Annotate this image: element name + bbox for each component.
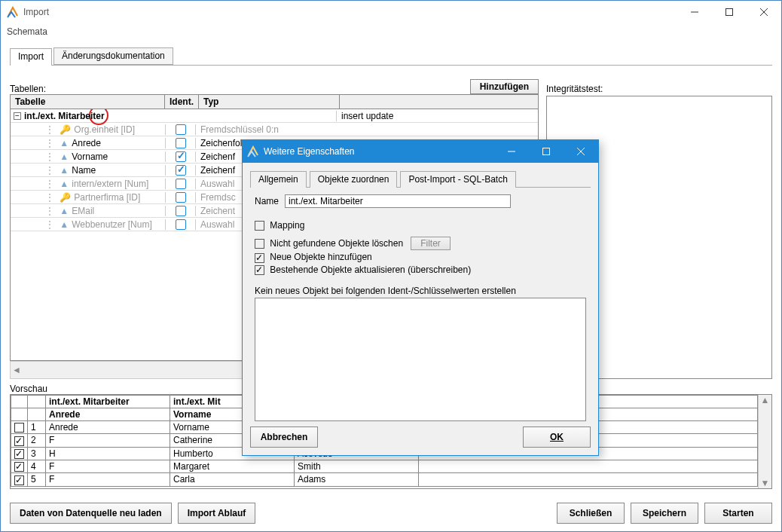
row-checkbox[interactable] (14, 475, 24, 485)
tree-item-label: intern/extern [Num] (72, 179, 148, 189)
name-label: Name (255, 196, 279, 206)
reload-button[interactable]: Daten von Datenquelle neu laden (10, 503, 172, 524)
dialog-icon (247, 145, 259, 157)
triangle-icon: ▲ (60, 206, 69, 216)
cell-anrede: F (46, 434, 170, 447)
ident-checkbox[interactable] (176, 151, 186, 162)
ident-checkbox[interactable] (176, 179, 186, 189)
no-new-textarea[interactable] (255, 298, 586, 421)
col-ident[interactable]: Ident. (165, 95, 199, 109)
ident-checkbox[interactable] (176, 206, 186, 216)
triangle-icon: ▲ (60, 151, 69, 162)
starten-button[interactable]: Starten (704, 503, 772, 524)
row-checkbox[interactable] (14, 449, 24, 459)
tree-item-label: EMail (72, 206, 94, 216)
mapping-checkbox[interactable] (255, 221, 264, 231)
dialog-maximize-button[interactable] (529, 140, 564, 163)
cell-extra: Adams (295, 473, 419, 486)
preview-row[interactable]: 4FMargaretSmith (11, 460, 758, 472)
collapse-icon[interactable]: − (14, 112, 21, 120)
add-new-label: Neue Objekte hinzufügen (270, 252, 371, 262)
preview-group-col[interactable]: int./ext. Mitarbeiter (46, 396, 170, 408)
triangle-icon: ▲ (60, 179, 69, 189)
import-window: Import Schemata Import Änderungsdokument… (0, 0, 782, 532)
table-header: Tabelle Ident. Typ (10, 94, 539, 109)
cell-vorname: Margaret (170, 460, 295, 472)
speichern-button[interactable]: Speichern (631, 503, 698, 524)
ident-checkbox[interactable] (176, 165, 186, 176)
name-input[interactable] (285, 194, 511, 208)
app-icon (7, 6, 19, 18)
hinzufuegen-button[interactable]: Hinzufügen (470, 79, 539, 94)
col-tabelle[interactable]: Tabelle (11, 95, 165, 109)
scroll-left-icon[interactable]: ◄ (12, 365, 21, 375)
row-checkbox[interactable] (14, 436, 24, 446)
import-ablauf-button[interactable]: Import Ablauf (178, 503, 256, 524)
tree-root-label: int./ext. Mitarbeiter (24, 111, 105, 121)
dialog-titlebar: Weitere Eigenschaften (243, 140, 598, 163)
titlebar: Import (1, 1, 781, 23)
ident-checkbox[interactable] (176, 124, 186, 135)
cell-anrede: F (46, 473, 170, 486)
tab-allgemein[interactable]: Allgemein (250, 171, 307, 188)
tab-import[interactable]: Import (10, 48, 52, 66)
tree-item-label: Partnerfirma [ID] (74, 192, 140, 203)
dialog-minimize-button[interactable] (494, 140, 529, 163)
scroll-up-icon[interactable]: ▲ (761, 395, 770, 405)
cell-anrede: H (46, 447, 170, 460)
tab-post-import[interactable]: Post-Import - SQL-Batch (400, 171, 515, 188)
tree-item-typ: Fremdschlüssel 0:n (195, 124, 336, 135)
delete-missing-label: Nicht gefundene Objekte löschen (270, 238, 403, 249)
ident-checkbox[interactable] (176, 138, 186, 148)
close-button[interactable] (747, 1, 781, 23)
ident-checkbox[interactable] (176, 219, 186, 230)
mapping-label: Mapping (270, 220, 304, 231)
cell-extra: Smith (295, 460, 419, 472)
triangle-icon: ▲ (60, 219, 69, 230)
weitere-eigenschaften-dialog: Weitere Eigenschaften Allgemein Objekte … (242, 139, 599, 456)
tree-item-label: Vorname (72, 151, 108, 162)
ok-button[interactable]: OK (523, 427, 591, 448)
abbrechen-button[interactable]: Abbrechen (250, 427, 318, 448)
preview-row[interactable]: 5FCarlaAdams (11, 473, 758, 486)
tab-aenderung[interactable]: Änderungsdokumentation (53, 47, 173, 65)
row-number: 1 (28, 421, 46, 434)
schliessen-button[interactable]: Schließen (557, 503, 625, 524)
tree-root-extra: insert update (336, 111, 538, 121)
tree-row[interactable]: ⋮ 🔑 Org.einheit [ID]Fremdschlüssel 0:n (11, 123, 538, 136)
delete-missing-checkbox[interactable] (255, 239, 264, 249)
cell-anrede: F (46, 460, 170, 472)
col-typ[interactable]: Typ (199, 95, 340, 109)
cell-vorname: Carla (170, 473, 295, 486)
key-icon: 🔑 (60, 124, 71, 135)
tree-item-label: Org.einheit [ID] (74, 124, 135, 135)
tree-item-label: Anrede (72, 138, 101, 148)
integritaet-label: Integritätstest: (546, 84, 772, 94)
minimize-button[interactable] (677, 1, 712, 23)
main-tabs: Import Änderungsdokumentation (10, 47, 772, 66)
row-checkbox[interactable] (14, 423, 24, 433)
svg-rect-1 (726, 9, 733, 16)
tabellen-label: Tabellen: (10, 84, 46, 94)
tree-item-label: Name (72, 165, 96, 176)
row-number: 3 (28, 447, 46, 460)
tab-objekte-zuordnen[interactable]: Objekte zuordnen (310, 171, 398, 188)
cell-anrede: Anrede (46, 421, 170, 434)
row-number: 4 (28, 460, 46, 472)
filter-button[interactable]: Filter (411, 237, 451, 250)
col-extra[interactable] (340, 95, 539, 109)
menu-schemata[interactable]: Schemata (7, 26, 47, 37)
no-new-label: Kein neues Objekt bei folgenden Ident-/S… (255, 286, 591, 296)
tree-root-row[interactable]: − int./ext. Mitarbeiterinsert update (11, 109, 538, 123)
maximize-button[interactable] (712, 1, 747, 23)
row-checkbox[interactable] (14, 462, 24, 472)
ident-checkbox[interactable] (176, 192, 186, 203)
preview-vscroll[interactable]: ▲ ▼ (758, 395, 771, 488)
update-existing-checkbox[interactable] (255, 265, 264, 275)
scroll-down-icon[interactable]: ▼ (761, 478, 770, 488)
add-new-checkbox[interactable] (255, 253, 264, 263)
window-title: Import (23, 7, 677, 17)
dialog-close-button[interactable] (564, 140, 598, 163)
triangle-icon: ▲ (60, 165, 69, 176)
preview-col[interactable]: Anrede (46, 408, 170, 421)
